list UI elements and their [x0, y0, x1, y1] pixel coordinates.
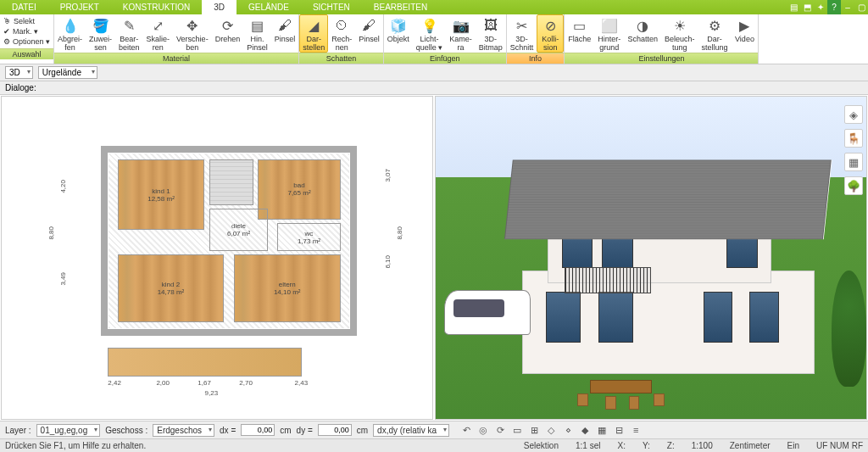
menu-tab-konstruktion[interactable]: KONSTRUKTION	[111, 0, 202, 14]
rotate-material[interactable]: ⟳Drehen	[212, 14, 244, 53]
insert-light-label: Licht- quelle ▾	[416, 35, 443, 52]
dim-b2: 2,00	[156, 379, 170, 387]
tree	[832, 271, 866, 387]
room-wc[interactable]: wc1,73 m²	[277, 223, 340, 251]
room-kind-2[interactable]: kind 214,78 m²	[118, 254, 225, 321]
shadow-show-icon: ◢	[304, 16, 323, 35]
dialog-label: Dialoge:	[5, 83, 36, 92]
midpoint-icon[interactable]: ◆	[578, 423, 592, 437]
menu-tab-3d[interactable]: 3D	[202, 0, 236, 14]
coord-mode-select[interactable]: dx,dy (relativ ka	[373, 424, 449, 437]
shadow-calc[interactable]: ⏲Rech- nen	[328, 14, 355, 53]
room-bad[interactable]: bad7,65 m²	[258, 159, 340, 220]
back-icon[interactable]: ↶	[459, 423, 473, 437]
floorplan-view[interactable]: kind 112,58 m²bad7,65 m²diele6,07 m²wc1,…	[1, 96, 433, 420]
video-setting[interactable]: ▶Video	[731, 14, 758, 53]
shadow-setting[interactable]: ◑Schatten	[624, 14, 661, 53]
layers2-icon[interactable]: ≡	[629, 423, 643, 437]
pick-material[interactable]: 💧Abgrei- fen	[54, 14, 86, 53]
dim-left-total: 8,80	[47, 226, 55, 240]
bg-brush[interactable]: ▤Hin. Pinsel	[243, 14, 271, 53]
help-icon[interactable]: ?	[827, 0, 841, 14]
layers-icon[interactable]: ◈	[844, 105, 863, 124]
garage-slab	[108, 348, 301, 377]
room-area: 14,78 m²	[158, 288, 185, 296]
open-icon[interactable]: ⬒	[800, 0, 814, 14]
options-tool[interactable]: ⚙Optionen ▾	[3, 37, 50, 46]
room-eltern[interactable]: eltern14,10 m²	[234, 254, 341, 321]
endpoint-icon[interactable]: ⋄	[561, 423, 575, 437]
roof	[504, 159, 832, 238]
3d-section[interactable]: ✂3D- Schnitt	[507, 14, 537, 53]
move-material-label: Verschie- ben	[176, 35, 209, 52]
grid-icon[interactable]: ▦	[595, 423, 609, 437]
maximize-icon[interactable]: ▢	[854, 0, 868, 14]
menu-tab-gelaende[interactable]: GELÄNDE	[236, 0, 301, 14]
3d-section-icon: ✂	[513, 16, 531, 35]
mark-tool[interactable]: ✔Mark. ▾	[3, 27, 50, 36]
select-tool[interactable]: 🖰Selekt	[3, 17, 50, 25]
floor-select[interactable]: Erdgeschos	[153, 424, 214, 437]
plugin-icon[interactable]: ✦	[814, 0, 827, 14]
render-setting[interactable]: ⚙Dar- stellung	[698, 14, 731, 53]
shadow-show[interactable]: ◢Dar- stellen	[299, 14, 328, 53]
menu-tab-sichten[interactable]: SICHTEN	[301, 0, 362, 14]
view-mode-select[interactable]: 3D	[5, 66, 33, 79]
move-material[interactable]: ✥Verschie- ben	[173, 14, 212, 53]
room-name: kind 1	[152, 187, 170, 195]
select-tool-label: Selekt	[14, 17, 35, 25]
menu-tab-projekt[interactable]: PROJEKT	[48, 0, 111, 14]
menu-tab-datei[interactable]: DATEI	[0, 0, 48, 14]
palette-icon[interactable]: ▦	[844, 153, 863, 171]
dx-input[interactable]	[241, 424, 275, 436]
shadow-brush[interactable]: 🖌Pinsel	[355, 14, 383, 53]
furniture-icon[interactable]: 🪑	[844, 129, 863, 148]
group-caption-schatten: Schatten	[299, 53, 383, 64]
layer-select[interactable]: 01_ug,eg,og	[36, 424, 101, 437]
terrain-select[interactable]: Urgelände	[38, 66, 97, 79]
lighting-setting[interactable]: ☀Beleuch- tung	[661, 14, 698, 53]
brush[interactable]: 🖌Pinsel	[271, 14, 299, 53]
scale-material[interactable]: ⤢Skalie- ren	[143, 14, 174, 53]
edit-material-label: Bear- beiten	[119, 35, 140, 52]
rotate-icon[interactable]: ⟳	[493, 423, 507, 437]
unit-cm-2: cm	[357, 426, 368, 435]
assign-material[interactable]: 🪣Zuwei- sen	[86, 14, 115, 53]
3d-section-label: 3D- Schnitt	[510, 35, 534, 52]
dim-b1: 2,42	[108, 379, 121, 387]
walls-icon[interactable]: ⊟	[612, 423, 626, 437]
insert-3dbitmap[interactable]: 🖼3D- Bitmap	[476, 14, 506, 53]
room-area: 12,58 m²	[147, 195, 175, 203]
dx-label: dx =	[220, 426, 236, 435]
ortho-icon[interactable]: ⊞	[527, 423, 541, 437]
status-zoom: 1:100	[692, 441, 713, 450]
bg-setting[interactable]: ⬜Hinter- grund	[594, 14, 624, 53]
status-caps: UF NUM RF	[816, 441, 863, 450]
shadow-brush-label: Pinsel	[359, 35, 380, 43]
insert-camera-icon: 📷	[452, 16, 470, 35]
room-area: 1,73 m²	[298, 237, 320, 245]
select-icon[interactable]: ▭	[510, 423, 524, 437]
room-diele[interactable]: diele6,07 m²	[209, 209, 268, 251]
menu-tab-bearbeiten[interactable]: BEARBEITEN	[362, 0, 439, 14]
car	[444, 290, 531, 335]
insert-object[interactable]: 🧊Objekt	[384, 14, 413, 53]
snap-icon[interactable]: ◇	[544, 423, 558, 437]
area-setting[interactable]: ▭Fläche	[565, 14, 594, 53]
dy-input[interactable]	[318, 424, 352, 436]
dialog-bar: Dialoge:	[0, 81, 868, 95]
collision[interactable]: ⊘Kolli- sion	[537, 14, 564, 53]
lighting-setting-label: Beleuch- tung	[665, 35, 695, 52]
save-icon[interactable]: ▤	[787, 0, 800, 14]
target-icon[interactable]: ◎	[476, 423, 490, 437]
edit-material[interactable]: ✎Bear- beiten	[115, 14, 143, 53]
3d-view[interactable]: ◈🪑▦🌳	[435, 96, 867, 420]
room-area: 14,10 m²	[274, 288, 301, 296]
floor-label: Geschoss :	[105, 426, 147, 435]
minimize-icon[interactable]: –	[841, 0, 854, 14]
dy-label: dy =	[297, 426, 313, 435]
room-kind-1[interactable]: kind 112,58 m²	[118, 159, 205, 230]
insert-light[interactable]: 💡Licht- quelle ▾	[413, 14, 447, 53]
insert-camera[interactable]: 📷Kame- ra	[446, 14, 476, 53]
vegetation-icon[interactable]: 🌳	[844, 176, 863, 195]
